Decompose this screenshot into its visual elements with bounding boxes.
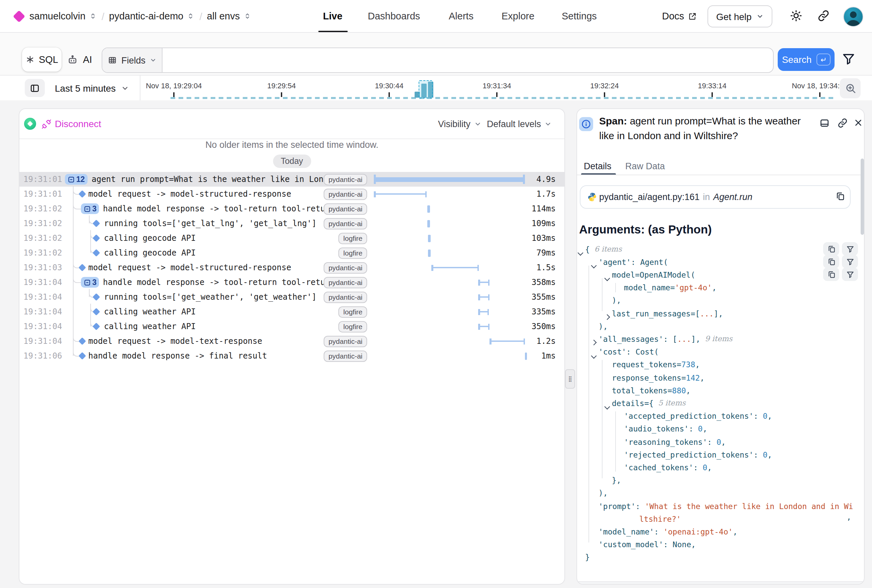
- traces-panel-header: Disconnect Visibility Default levels: [19, 109, 564, 139]
- code-token: 'gpt-4o': [675, 283, 712, 292]
- trace-row[interactable]: 19:31:02calling geocode APIlogfire79ms: [19, 246, 564, 260]
- tab-raw-data[interactable]: Raw Data: [625, 161, 665, 175]
- timeline-tick-mark: [281, 92, 282, 97]
- span-name[interactable]: calling weather API: [104, 304, 326, 319]
- user-avatar[interactable]: [843, 7, 863, 27]
- span-name[interactable]: calling geocode API: [104, 231, 326, 246]
- nav-tab-explore[interactable]: Explore: [502, 0, 534, 32]
- tag-pill: logfire: [339, 321, 367, 332]
- span-name[interactable]: running tools=['get_lat_lng', 'get_lat_l…: [104, 216, 326, 231]
- span-name[interactable]: handle model response -> tool-return too…: [103, 275, 326, 290]
- trace-row[interactable]: 19:31:0112agent run prompt=What is the w…: [19, 172, 564, 187]
- visibility-dropdown[interactable]: Visibility: [438, 109, 481, 138]
- nav-tab-alerts[interactable]: Alerts: [449, 0, 473, 32]
- code-line: 'all_messages': [...], 9 items: [577, 333, 865, 345]
- ai-mode-button[interactable]: AI: [67, 48, 92, 72]
- dock-panel-icon[interactable]: [819, 118, 830, 128]
- trace-row[interactable]: 19:31:02running tools=['get_lat_lng', 'g…: [19, 216, 564, 231]
- sidebar-toggle-button[interactable]: [25, 79, 45, 97]
- span-duration: 103ms: [532, 231, 556, 246]
- nav-tab-live[interactable]: Live: [323, 0, 342, 32]
- filter-button[interactable]: [842, 255, 858, 268]
- zoom-in-button[interactable]: [840, 78, 861, 98]
- span-name[interactable]: running tools=['get_weather', 'get_weath…: [104, 290, 326, 304]
- source-frame-card[interactable]: pydantic_ai/agent.py:161 in Agent.run: [580, 185, 851, 209]
- code-token: response_tokens=: [612, 373, 686, 382]
- span-name[interactable]: handle model response -> final result: [88, 348, 326, 363]
- collapse-badge[interactable]: 3: [81, 277, 99, 288]
- robot-icon: [67, 54, 78, 65]
- span-name[interactable]: model request -> model-structured-respon…: [88, 260, 326, 275]
- sql-mode-button[interactable]: SQL: [22, 48, 61, 72]
- copy-button[interactable]: [823, 268, 839, 281]
- get-help-button[interactable]: Get help: [707, 5, 772, 27]
- breadcrumb-item[interactable]: all envs: [207, 11, 251, 21]
- code-token: 142: [686, 373, 700, 382]
- close-icon[interactable]: [853, 118, 863, 128]
- copy-link-icon[interactable]: [837, 118, 848, 128]
- trace-row[interactable]: 19:31:04running tools=['get_weather', 'g…: [19, 290, 564, 304]
- span-name[interactable]: agent run prompt=What is the weather lik…: [91, 172, 326, 187]
- copy-button[interactable]: [823, 242, 839, 255]
- trace-row[interactable]: 19:31:03model request -> model-structure…: [19, 260, 564, 275]
- code-actions: [823, 242, 858, 255]
- filter-funnel-icon[interactable]: [841, 51, 856, 66]
- live-status-button[interactable]: [24, 118, 36, 130]
- default-levels-dropdown[interactable]: Default levels: [487, 109, 552, 138]
- code-token: },: [612, 476, 621, 485]
- span-duration: 4.9s: [536, 172, 556, 187]
- today-pill[interactable]: Today: [273, 154, 311, 168]
- code-token: model=OpenAIModel(: [612, 270, 695, 280]
- trace-row[interactable]: 19:31:06handle model response -> final r…: [19, 348, 564, 363]
- docs-link[interactable]: Docs: [662, 0, 697, 32]
- trace-row[interactable]: 19:31:043handle model response -> tool-r…: [19, 275, 564, 290]
- filter-button[interactable]: [842, 242, 858, 255]
- top-nav: samuelcolvin/pydantic-ai-demo/all envs L…: [0, 0, 872, 33]
- trace-row[interactable]: 19:31:023handle model response -> tool-r…: [19, 201, 564, 216]
- span-name[interactable]: model request -> model-structured-respon…: [88, 187, 326, 201]
- disconnect-button[interactable]: Disconnect: [42, 109, 101, 138]
- visibility-label: Visibility: [438, 119, 470, 129]
- copy-icon[interactable]: [835, 191, 845, 201]
- nav-tab-settings[interactable]: Settings: [562, 0, 597, 32]
- collapse-badge[interactable]: 12: [65, 174, 88, 184]
- copy-button[interactable]: [823, 255, 839, 268]
- trace-row[interactable]: 19:31:01model request -> model-structure…: [19, 187, 564, 201]
- time-range-dropdown[interactable]: Last 5 minutes: [55, 76, 129, 101]
- trace-row[interactable]: 19:31:04calling weather APIlogfire350ms: [19, 319, 564, 334]
- search-query-input[interactable]: [162, 48, 773, 72]
- child-count: 3: [92, 278, 97, 286]
- timeline-tick-mark: [820, 92, 821, 97]
- trace-row[interactable]: 19:31:04calling weather APIlogfire335ms: [19, 304, 564, 319]
- span-name[interactable]: calling weather API: [104, 319, 326, 334]
- trace-row[interactable]: 19:31:02calling geocode APIlogfire103ms: [19, 231, 564, 246]
- tag-pill: pydantic-ai: [324, 277, 367, 288]
- logfire-logo-icon[interactable]: [13, 10, 25, 23]
- trace-timestamp: 19:31:04: [23, 319, 62, 334]
- span-name[interactable]: handle model response -> tool-return too…: [103, 201, 326, 216]
- timeline-selection[interactable]: [419, 80, 432, 98]
- breadcrumb-item[interactable]: pydantic-ai-demo: [109, 11, 195, 21]
- search-button[interactable]: Search: [778, 48, 835, 71]
- panel-scrollbar-thumb[interactable]: [861, 159, 864, 235]
- theme-toggle-sun-icon[interactable]: [790, 9, 802, 22]
- collapse-badge[interactable]: 3: [81, 203, 99, 214]
- filter-button[interactable]: [842, 268, 858, 281]
- code-token: ...: [677, 334, 691, 344]
- share-link-icon[interactable]: [817, 9, 830, 22]
- query-bar: Fields: [102, 48, 774, 73]
- code-token: Agent(: [640, 258, 668, 267]
- chevron-down-icon: [150, 57, 156, 63]
- code-token: :: [707, 437, 716, 447]
- fields-dropdown[interactable]: Fields: [102, 48, 162, 72]
- span-name[interactable]: model request -> model-text-response: [88, 334, 326, 348]
- span-duration: 358ms: [532, 275, 556, 290]
- span-duration: 1.7s: [536, 187, 556, 201]
- span-name[interactable]: calling geocode API: [104, 246, 326, 260]
- panel-resize-grip[interactable]: ⣿: [565, 369, 575, 388]
- trace-row[interactable]: 19:31:04model request -> model-text-resp…: [19, 334, 564, 348]
- breadcrumb-item[interactable]: samuelcolvin: [29, 11, 97, 21]
- nav-tab-dashboards[interactable]: Dashboards: [368, 0, 420, 32]
- tag-pill: pydantic-ai: [324, 336, 367, 347]
- sql-label: SQL: [39, 54, 58, 65]
